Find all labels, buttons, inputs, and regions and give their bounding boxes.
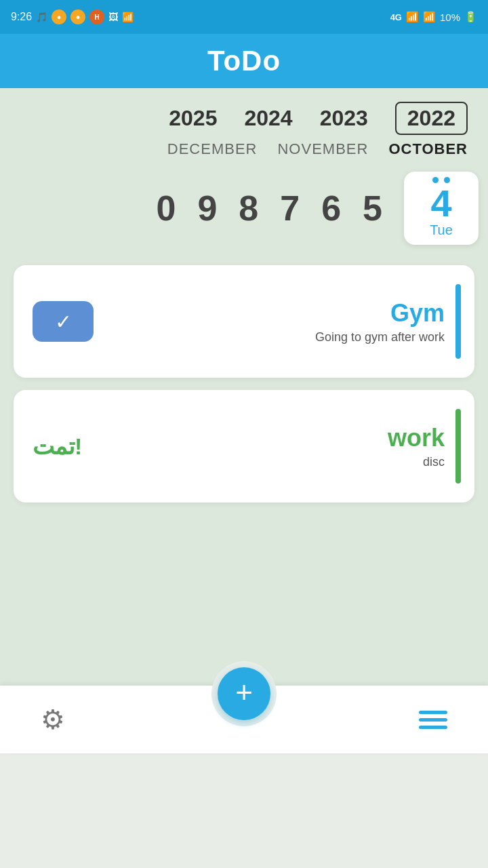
selected-day-box[interactable]: 4 Tue — [404, 172, 479, 245]
card-title-work: work — [388, 424, 445, 452]
check-button-gym[interactable]: ✓ — [33, 301, 94, 342]
cards-container: ✓ Gym Going to gym after work !تمت work … — [0, 258, 488, 597]
year-2022[interactable]: 2022 — [395, 102, 468, 135]
signal-icon-2: 📶 — [423, 11, 436, 23]
app-icon: H — [89, 9, 104, 24]
todo-card-work: !تمت work disc — [14, 390, 474, 502]
notification-icon-1: ● — [52, 9, 66, 24]
bottom-nav: ⚙ + — [0, 686, 488, 753]
battery-icon: 🔋 — [464, 11, 477, 23]
menu-icon[interactable] — [419, 711, 447, 729]
year-selector: 2025 2024 2023 2022 — [0, 88, 488, 140]
notification-icon-2: ● — [70, 9, 85, 24]
status-left: 9:26 🎵 ● ● H 🖼 📶 — [11, 9, 134, 24]
selected-day-name: Tue — [430, 222, 453, 238]
status-time: 9:26 — [11, 11, 32, 23]
app-title: ToDo — [207, 45, 281, 77]
card-left-gym: ✓ — [33, 301, 94, 342]
wifi-icon: 📶 — [122, 12, 134, 22]
music-icon: 🎵 — [36, 12, 47, 22]
selected-day-number: 4 — [430, 184, 451, 222]
month-selector: DECEMBER NOVEMBER OCTOBER — [0, 140, 488, 166]
day-6[interactable]: 6 — [321, 188, 341, 229]
fab-container: + — [211, 661, 277, 726]
day-7[interactable]: 7 — [280, 188, 300, 229]
settings-icon[interactable]: ⚙ — [41, 704, 65, 735]
card-subtitle-work: disc — [423, 455, 445, 469]
card-content-work: work disc — [82, 424, 455, 469]
status-right: 4G 📶 📶 10% 🔋 — [390, 11, 477, 23]
card-accent-gym — [455, 284, 461, 359]
month-december[interactable]: DECEMBER — [167, 140, 258, 158]
network-type: 4G — [390, 12, 402, 22]
card-done-label: !تمت — [33, 433, 82, 460]
year-2025[interactable]: 2025 — [169, 106, 217, 131]
battery-level: 10% — [440, 12, 460, 23]
app-header: ToDo — [0, 34, 488, 88]
year-2023[interactable]: 2023 — [320, 106, 368, 131]
signal-icon: 📶 — [406, 11, 419, 23]
status-bar: 9:26 🎵 ● ● H 🖼 📶 4G 📶 📶 10% 🔋 — [0, 0, 488, 34]
card-subtitle-gym: Going to gym after work — [315, 330, 445, 344]
month-november[interactable]: NOVEMBER — [277, 140, 368, 158]
card-accent-work — [455, 409, 461, 484]
day-8[interactable]: 8 — [239, 188, 258, 229]
day-9[interactable]: 9 — [197, 188, 217, 229]
year-2024[interactable]: 2024 — [244, 106, 292, 131]
day-0[interactable]: 0 — [156, 188, 176, 229]
menu-line-2 — [419, 718, 447, 722]
card-left-work: !تمت — [33, 433, 82, 460]
day-5[interactable]: 5 — [363, 188, 382, 229]
menu-line-3 — [419, 726, 447, 729]
fab-outer: + — [211, 661, 277, 726]
card-title-gym: Gym — [390, 299, 445, 328]
add-todo-button[interactable]: + — [218, 667, 270, 720]
checkmark-icon: ✓ — [55, 310, 72, 334]
todo-card-gym: ✓ Gym Going to gym after work — [14, 265, 474, 378]
plus-icon: + — [235, 677, 253, 707]
day-selector: 0 9 8 7 6 5 4 Tue — [0, 166, 488, 258]
card-content-gym: Gym Going to gym after work — [94, 299, 455, 344]
month-october[interactable]: OCTOBER — [388, 140, 468, 158]
image-icon: 🖼 — [108, 12, 118, 22]
menu-line-1 — [419, 711, 447, 714]
